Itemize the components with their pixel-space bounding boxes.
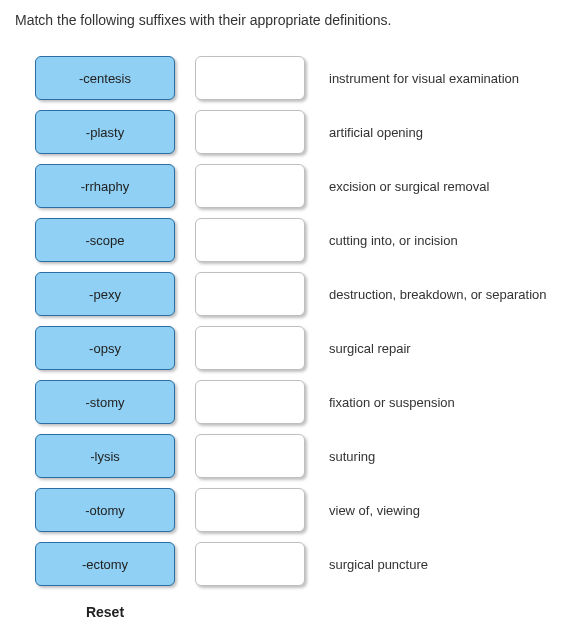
reset-button[interactable]: Reset xyxy=(78,600,132,621)
suffix-tile[interactable]: -rrhaphy xyxy=(35,164,175,208)
suffix-tile[interactable]: -otomy xyxy=(35,488,175,532)
drop-zone[interactable] xyxy=(195,218,305,262)
definition-text: instrument for visual examination xyxy=(325,71,568,86)
suffix-tile[interactable]: -plasty xyxy=(35,110,175,154)
definition-text: destruction, breakdown, or separation xyxy=(325,287,568,302)
drop-zone[interactable] xyxy=(195,110,305,154)
drop-zone[interactable] xyxy=(195,56,305,100)
drop-zone[interactable] xyxy=(195,542,305,586)
drop-zone[interactable] xyxy=(195,488,305,532)
suffix-tile[interactable]: -lysis xyxy=(35,434,175,478)
definition-text: excision or surgical removal xyxy=(325,179,568,194)
suffix-tile[interactable]: -opsy xyxy=(35,326,175,370)
suffix-tile[interactable]: -stomy xyxy=(35,380,175,424)
definition-text: fixation or suspension xyxy=(325,395,568,410)
definition-text: view of, viewing xyxy=(325,503,568,518)
definition-text: suturing xyxy=(325,449,568,464)
suffix-tile[interactable]: -pexy xyxy=(35,272,175,316)
drop-zone[interactable] xyxy=(195,434,305,478)
definition-text: surgical repair xyxy=(325,341,568,356)
suffix-tile[interactable]: -scope xyxy=(35,218,175,262)
suffix-tile[interactable]: -centesis xyxy=(35,56,175,100)
definition-text: artificial opening xyxy=(325,125,568,140)
drop-zone[interactable] xyxy=(195,164,305,208)
drop-zone[interactable] xyxy=(195,380,305,424)
drop-zone[interactable] xyxy=(195,326,305,370)
suffix-tile[interactable]: -ectomy xyxy=(35,542,175,586)
matching-grid: -centesis instrument for visual examinat… xyxy=(35,56,568,586)
definition-text: cutting into, or incision xyxy=(325,233,568,248)
drop-zone[interactable] xyxy=(195,272,305,316)
instruction-text: Match the following suffixes with their … xyxy=(15,12,568,28)
definition-text: surgical puncture xyxy=(325,557,568,572)
